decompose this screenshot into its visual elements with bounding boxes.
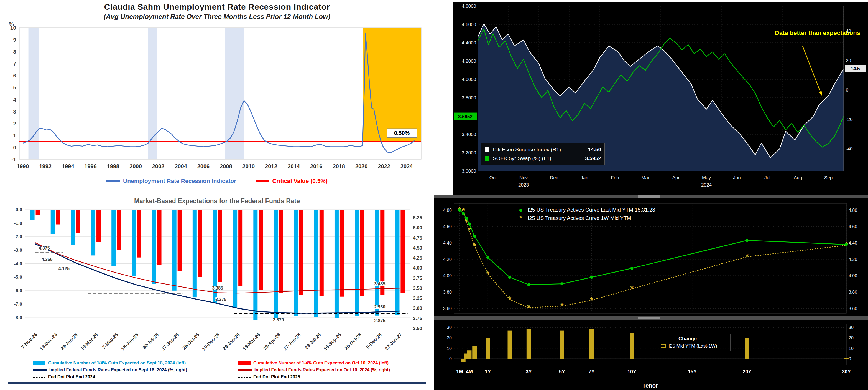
- dotted-bar-swatch: [658, 344, 666, 348]
- red-bar-swatch: [238, 361, 251, 365]
- svg-text:1Y: 1Y: [485, 369, 491, 374]
- svg-text:7-May-25: 7-May-25: [101, 332, 119, 350]
- svg-text:Jan: Jan: [581, 175, 588, 180]
- svg-text:4.6000: 4.6000: [462, 22, 476, 27]
- svg-text:20: 20: [848, 336, 854, 340]
- legend-item: Critical Value (0.5%): [255, 178, 328, 184]
- svg-text:2012: 2012: [265, 163, 277, 169]
- svg-text:2018: 2018: [333, 163, 345, 169]
- legend-item: Cumulative Number of 1/4% Cuts Expected …: [238, 361, 434, 366]
- svg-text:1996: 1996: [84, 163, 97, 169]
- board: Claudia Sahm Unemployment Rate Recession…: [0, 0, 868, 390]
- svg-text:Apr: Apr: [672, 175, 680, 180]
- svg-text:3.25: 3.25: [413, 296, 422, 301]
- svg-text:2.875: 2.875: [374, 318, 385, 323]
- svg-text:4.75: 4.75: [413, 235, 422, 241]
- svg-text:14.5: 14.5: [850, 66, 860, 71]
- svg-text:4.00: 4.00: [443, 273, 452, 278]
- legend-label: SOFR 5yr Swap (%) (L1): [493, 156, 585, 162]
- change-legend-title: Change: [646, 336, 729, 342]
- svg-text:10: 10: [447, 346, 452, 351]
- svg-text:Jul: Jul: [764, 175, 770, 180]
- svg-text:4.60: 4.60: [443, 224, 452, 229]
- svg-text:3.485: 3.485: [374, 281, 385, 286]
- white-series-swatch: [485, 147, 489, 152]
- svg-text:1992: 1992: [39, 163, 52, 169]
- legend-item: I25 Mid YTM (Last-1W): [646, 343, 729, 349]
- svg-text:9: 9: [13, 37, 16, 43]
- svg-text:2006: 2006: [197, 163, 210, 169]
- fed-legend: Cumulative Number of 1/4% Cuts Expected …: [0, 360, 434, 380]
- svg-text:-1: -1: [11, 157, 16, 162]
- legend-label: Cumulative Number of 1/4% Cuts Expected …: [48, 361, 186, 366]
- svg-text:4.375: 4.375: [39, 246, 50, 250]
- svg-text:4.20: 4.20: [443, 257, 452, 262]
- svg-text:-5.0: -5.0: [14, 275, 22, 280]
- asterisk-icon: *: [517, 214, 524, 222]
- sahm-title: Claudia Sahm Unemployment Rate Recession…: [0, 2, 434, 12]
- legend-label: I25 US Treasury Actives Curve Last Mid Y…: [528, 207, 655, 213]
- svg-text:7Y: 7Y: [589, 369, 595, 374]
- citi-sofr-panel: 4.80004.60004.40004.20004.00003.80003.60…: [434, 0, 868, 195]
- svg-text:2024: 2024: [701, 183, 712, 188]
- svg-text:-8.0: -8.0: [14, 315, 22, 320]
- red-line-swatch: [255, 180, 269, 182]
- legend-value: 3.5952: [585, 156, 601, 162]
- legend-item: Unemployment Rate Recession Indicator: [106, 178, 236, 184]
- svg-text:4M: 4M: [466, 369, 473, 374]
- svg-text:29-Jul-26: 29-Jul-26: [304, 332, 322, 350]
- scrollbar-handle[interactable]: [638, 195, 660, 198]
- svg-text:Mar: Mar: [641, 175, 650, 180]
- svg-text:29-Jan-25: 29-Jan-25: [60, 332, 79, 351]
- cyan-bar-swatch: [33, 361, 45, 365]
- legend-label: Fed Dot Plot End 2025: [253, 374, 300, 380]
- green-series-swatch: [485, 156, 489, 161]
- svg-text:0.50%: 0.50%: [394, 130, 410, 136]
- legend-label: Citi Econ Surprise Index (R1): [493, 146, 588, 153]
- scrollbar-handle[interactable]: [638, 317, 660, 319]
- svg-text:15Y: 15Y: [688, 369, 697, 374]
- svg-text:5: 5: [13, 85, 16, 90]
- fed-funds-panel: Market-Based Expectations for the Federa…: [0, 195, 434, 390]
- sahm-subtitle: (Avg Unemployment Rate Over Three Months…: [0, 13, 434, 21]
- annotation-text: Data better than expectations: [775, 29, 860, 37]
- treasury-curve-panel: 4.804.804.604.604.404.404.204.204.004.00…: [434, 195, 868, 390]
- svg-text:*: *: [473, 241, 476, 250]
- svg-text:20: 20: [447, 336, 452, 340]
- svg-text:-40: -40: [846, 146, 853, 151]
- svg-text:4.00: 4.00: [848, 273, 857, 278]
- svg-text:4.0000: 4.0000: [462, 77, 476, 82]
- svg-text:0: 0: [848, 356, 851, 361]
- svg-text:-2.0: -2.0: [14, 234, 22, 239]
- svg-text:*: *: [486, 269, 489, 278]
- legend-item: Fed Dot Plot End 2024: [33, 374, 238, 380]
- svg-text:4.40: 4.40: [848, 241, 857, 245]
- svg-text:7: 7: [13, 61, 16, 66]
- legend-item: Implied Federal Funds Rates Expected on …: [33, 367, 238, 372]
- svg-text:3.75: 3.75: [413, 276, 422, 281]
- svg-text:2.879: 2.879: [273, 317, 284, 322]
- svg-text:0: 0: [449, 356, 452, 361]
- legend-item: * I25 US Treasury Actives Curve 1W Mid Y…: [517, 214, 655, 222]
- svg-text:7-Nov-24: 7-Nov-24: [20, 332, 38, 350]
- svg-text:4.25: 4.25: [413, 255, 422, 261]
- svg-text:0: 0: [846, 87, 848, 93]
- svg-text:1994: 1994: [62, 163, 74, 169]
- fed-chart-title: Market-Based Expectations for the Federa…: [0, 195, 434, 206]
- dash-swatch-2024: [33, 377, 45, 378]
- svg-text:4.80: 4.80: [848, 208, 857, 213]
- svg-text:19-Mar-25: 19-Mar-25: [80, 332, 99, 352]
- svg-text:3.375: 3.375: [215, 297, 226, 302]
- svg-text:2014: 2014: [287, 163, 300, 169]
- blue-line-swatch: [106, 180, 120, 182]
- legend-label: I25 US Treasury Actives Curve 1W Mid YTM: [528, 215, 631, 221]
- svg-text:6: 6: [13, 73, 16, 79]
- svg-text:4.50: 4.50: [413, 245, 422, 251]
- bottom-blue-strip: [8, 382, 426, 384]
- svg-text:18-Mar-26: 18-Mar-26: [242, 332, 261, 352]
- legend-label: Implied Federal Funds Rates Expected on …: [254, 367, 390, 372]
- svg-text:4.80: 4.80: [443, 208, 452, 213]
- svg-text:-1.0: -1.0: [14, 221, 22, 226]
- svg-text:4.8000: 4.8000: [462, 4, 476, 9]
- svg-text:1998: 1998: [107, 163, 119, 169]
